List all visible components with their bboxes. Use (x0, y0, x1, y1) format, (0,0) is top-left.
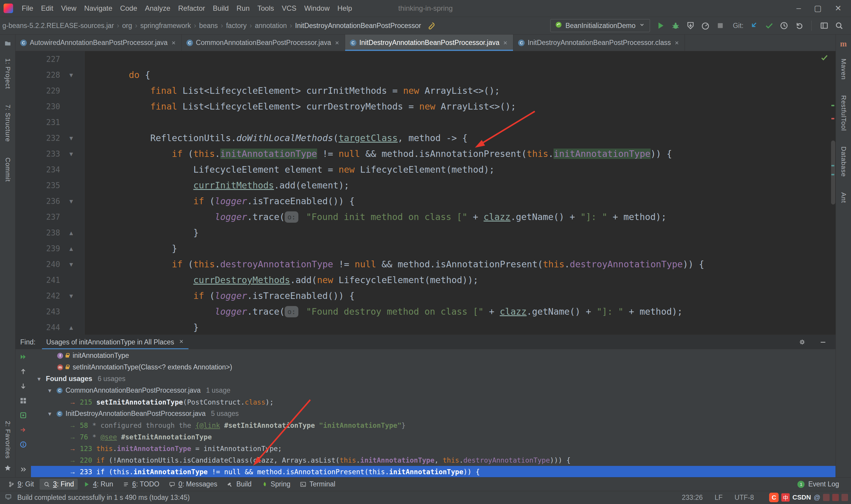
breadcrumb-item[interactable]: InitDestroyAnnotationBeanPostProcessor (295, 22, 421, 30)
stripe-button-favorites[interactable]: 2: Favorites (4, 421, 12, 459)
menu-window[interactable]: Window (301, 2, 333, 15)
scrollbar-thumb[interactable] (831, 141, 835, 204)
event-log-widget[interactable]: 1 Event Log (797, 480, 847, 488)
find-row[interactable]: →233if (this.initAnnotationType != null … (31, 466, 835, 477)
stripe-button-commit[interactable]: Commit (4, 158, 12, 182)
toolwindow-button-messages[interactable]: 0: Messages (165, 479, 221, 490)
stripe-button-restfultool[interactable]: RestfulTool (840, 95, 847, 131)
revert-button[interactable] (792, 19, 805, 32)
menu-navigate[interactable]: Navigate (80, 2, 116, 15)
intellij-logo-icon[interactable] (4, 4, 13, 13)
breadcrumb-item[interactable]: beans (199, 22, 218, 30)
editor-tab[interactable]: CAutowiredAnnotationBeanPostProcessor.ja… (16, 35, 182, 51)
profiler-button[interactable] (699, 19, 712, 32)
fold-icon[interactable]: ▴ (60, 245, 82, 253)
chevron-down-icon[interactable]: ▾ (35, 375, 43, 382)
toolwindow-button-git[interactable]: 9: Git (4, 479, 38, 490)
pin-button[interactable] (18, 411, 29, 420)
context-actions-icon[interactable] (427, 21, 435, 30)
find-row[interactable]: →123this.initAnnotationType = initAnnota… (31, 443, 835, 454)
stripe-button-structure[interactable]: 7: Structure (4, 105, 12, 142)
info-button[interactable] (18, 440, 29, 449)
menu-analyze[interactable]: Analyze (141, 2, 174, 15)
breadcrumb-item[interactable]: springframework (140, 22, 191, 30)
stripe-button-project[interactable]: 1: Project (4, 58, 12, 89)
close-tab-icon[interactable] (674, 40, 680, 46)
menu-build[interactable]: Build (209, 2, 233, 15)
maven-icon[interactable]: m (840, 39, 847, 49)
favorites-star-icon[interactable] (4, 464, 12, 473)
find-row[interactable]: →76* @see #setInitAnnotationType (31, 431, 835, 443)
fold-icon[interactable]: ▾ (60, 197, 82, 205)
editor-tab[interactable]: CCommonAnnotationBeanPostProcessor.java (182, 35, 345, 51)
find-row[interactable]: msetInitAnnotationType(Class<? extends A… (31, 361, 835, 373)
editor-code[interactable]: do { final List<LifecycleElement> currIn… (85, 51, 835, 335)
layout-button[interactable] (818, 19, 831, 32)
menu-code[interactable]: Code (116, 2, 141, 15)
fold-icon[interactable]: ▾ (60, 134, 82, 142)
stripe-button-ant[interactable]: Ant (840, 192, 847, 203)
stripe-button-maven[interactable]: Maven (840, 59, 847, 80)
toolwindow-button-run[interactable]: 4: Run (79, 479, 117, 490)
menu-help[interactable]: Help (333, 2, 356, 15)
run-config-selector[interactable]: BeanInitializationDemo (550, 19, 650, 32)
menu-run[interactable]: Run (233, 2, 253, 15)
play-button[interactable] (654, 19, 667, 32)
toolwindow-button-find[interactable]: 3: Find (40, 479, 78, 490)
close-tab-icon[interactable] (170, 40, 177, 46)
menu-refactor[interactable]: Refactor (174, 2, 209, 15)
fold-icon[interactable]: ▾ (60, 71, 82, 79)
breadcrumb-item[interactable]: annotation (255, 22, 287, 30)
caret-position[interactable]: 233:26 (682, 493, 703, 502)
maximize-window-button[interactable]: ▢ (814, 4, 822, 13)
editor-tab[interactable]: CInitDestroyAnnotationBeanPostProcessor.… (513, 35, 685, 51)
toolwindow-toggle-icon[interactable] (5, 493, 12, 502)
more-button[interactable] (18, 465, 29, 474)
close-tab-icon[interactable] (334, 40, 340, 46)
file-encoding[interactable]: UTF-8 (735, 493, 754, 502)
find-row[interactable]: →215setInitAnnotationType(PostConstruct.… (31, 396, 835, 408)
fold-icon[interactable]: ▾ (60, 260, 82, 269)
find-row[interactable]: →220if (!AnnotationUtils.isCandidateClas… (31, 454, 835, 466)
breadcrumb-item[interactable]: g-beans-5.2.2.RELEASE-sources.jar (2, 22, 114, 30)
editor-tab[interactable]: CInitDestroyAnnotationBeanPostProcessor.… (345, 35, 514, 51)
find-row[interactable]: ▾Found usages6 usages (31, 373, 835, 385)
debug-button[interactable] (669, 19, 682, 32)
toolwindow-button-build[interactable]: Build (223, 479, 255, 490)
fold-icon[interactable]: ▴ (60, 323, 82, 331)
find-row[interactable]: →58* configured through the {@link #setI… (31, 419, 835, 431)
chevron-down-icon[interactable]: ▾ (46, 387, 54, 394)
minimize-button[interactable] (816, 336, 830, 348)
menu-tools[interactable]: Tools (253, 2, 278, 15)
history-button[interactable] (777, 19, 791, 32)
toolwindow-button-spring[interactable]: Spring (257, 479, 294, 490)
line-ending[interactable]: LF (714, 493, 723, 502)
group-button[interactable] (18, 396, 29, 406)
jump-button[interactable] (18, 425, 29, 435)
fold-icon[interactable]: ▾ (60, 292, 82, 300)
breadcrumb-item[interactable]: org (122, 22, 132, 30)
menu-vcs[interactable]: VCS (278, 2, 300, 15)
menu-file[interactable]: File (18, 2, 37, 15)
inspections-status-icon[interactable] (820, 54, 828, 63)
rerun-button[interactable] (18, 352, 29, 362)
next-button[interactable] (18, 381, 29, 391)
toolwindow-button-todo[interactable]: 6: TODO (119, 479, 163, 490)
close-tab-icon[interactable] (502, 40, 508, 46)
project-folder-icon[interactable] (4, 39, 12, 48)
update-button[interactable] (748, 19, 761, 32)
menu-edit[interactable]: Edit (37, 2, 57, 15)
gear-button[interactable] (796, 336, 809, 348)
toolwindow-button-terminal[interactable]: Terminal (296, 479, 339, 490)
find-row[interactable]: finitAnnotationType (31, 350, 835, 361)
breadcrumb-item[interactable]: factory (226, 22, 247, 30)
chevron-down-icon[interactable]: ▾ (46, 410, 54, 417)
search-button[interactable] (833, 19, 846, 32)
coverage-button[interactable] (684, 19, 697, 32)
find-results-tab[interactable]: Usages of initAnnotationType in All Plac… (42, 335, 188, 349)
find-row[interactable]: ▾CInitDestroyAnnotationBeanPostProcessor… (31, 408, 835, 419)
close-find-tab-icon[interactable] (178, 338, 184, 346)
error-stripe[interactable] (830, 51, 835, 335)
editor[interactable]: 227228▾229230231232▾233▾234235236▾237238… (16, 51, 835, 335)
fold-icon[interactable]: ▴ (60, 229, 82, 237)
